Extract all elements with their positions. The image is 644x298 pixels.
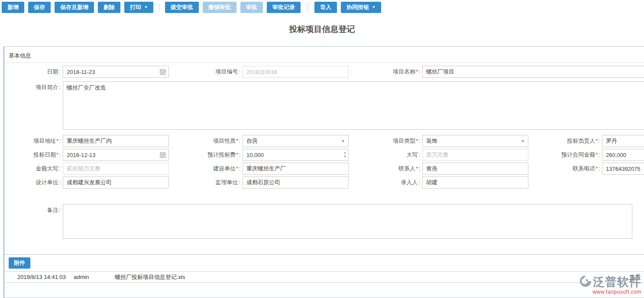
approval-record-button[interactable]: 审批记录 [267, 2, 301, 13]
colon: : [239, 138, 240, 144]
colon: : [59, 138, 61, 144]
colon: : [418, 151, 420, 158]
bid-leader-input[interactable] [602, 135, 644, 147]
bid-date-input[interactable] [63, 149, 169, 161]
print-button[interactable]: 打印 ▼ [124, 2, 153, 13]
date-input[interactable] [63, 66, 169, 78]
attachment-row: 2019/8/13 14:41:03 admin 螺丝厂投标项目信息登记.xls… [4, 272, 644, 282]
colon: : [598, 151, 600, 158]
save-button[interactable]: 保存 [28, 2, 51, 13]
fanpusoft-watermark: 泛普软件 www.fanpusoft.com [579, 274, 641, 295]
build-unit-label: 建设单位*: [178, 163, 240, 175]
attachment-user: admin [74, 272, 89, 282]
label-text: 建设单位 [213, 165, 236, 172]
caret-down-icon: ▼ [144, 6, 148, 9]
required-mark: * [56, 151, 58, 158]
toolbar-double-divider [306, 3, 309, 12]
select-arrow-icon: ▼ [340, 139, 345, 143]
project-address-input[interactable] [63, 135, 169, 147]
project-type-select[interactable]: 装饰 ▼ [422, 135, 528, 147]
collaborate-button[interactable]: 协同按钮 ▼ [341, 2, 381, 13]
calendar-icon[interactable] [160, 69, 166, 77]
bid-fee-input[interactable] [243, 149, 349, 161]
label-text: 设计单位 [36, 179, 58, 186]
project-intro-label: 项目简介: [4, 81, 61, 93]
attachment-divider-bottom [4, 282, 644, 283]
remark-textarea[interactable] [63, 204, 632, 239]
amount-caps-label: 金额大写: [4, 163, 61, 175]
calendar-icon[interactable] [160, 152, 166, 160]
colon: : [418, 138, 420, 144]
revoke-approval-button: 撤销审批 [203, 2, 236, 13]
label-text: 备注 [47, 207, 58, 213]
contract-amount-field [602, 149, 644, 161]
section-title: 基本信息 [9, 52, 31, 60]
label-text: 项目地址 [33, 138, 56, 144]
label-text: 投标负责人 [567, 138, 595, 144]
colon: : [418, 68, 420, 75]
basic-info-panel: 基本信息 日期: 项目编号: 项目名称*: 项目简介: 螺丝厂全 [3, 46, 644, 298]
required-mark: * [236, 165, 238, 172]
project-name-label: 项目名称*: [357, 66, 420, 78]
phone-input[interactable] [602, 163, 644, 175]
approve-button: 审批 [240, 2, 263, 13]
project-no-input [243, 66, 349, 78]
colon: : [59, 179, 61, 186]
button-label: 打印 [130, 3, 141, 11]
spinner-down-icon[interactable]: ▼ [343, 154, 346, 158]
required-mark: * [595, 138, 598, 144]
save-and-new-button[interactable]: 保存且新增 [55, 2, 94, 13]
phone-field [602, 163, 644, 175]
required-mark: * [595, 165, 598, 172]
label-text: 联系电话 [573, 165, 595, 172]
entry-person-input[interactable] [422, 176, 528, 189]
colon: : [239, 165, 240, 172]
attachment-filename: 螺丝厂投标项目信息登记.xls [115, 272, 185, 282]
project-name-field [422, 66, 644, 78]
caret-down-icon: ▼ [372, 6, 376, 9]
select-value: 装饰 [426, 137, 437, 145]
remark-label: 备注: [4, 204, 61, 216]
label-text: 项目名称 [393, 68, 415, 75]
project-no-label: 项目编号: [178, 66, 240, 78]
project-nature-field: 自营 ▼ [243, 135, 349, 147]
bid-fee-label: 预计投标费*: [178, 149, 240, 161]
select-arrow-icon: ▼ [520, 139, 525, 143]
import-button[interactable]: 导入 [314, 2, 337, 13]
bid-project-registration-page: 新增 保存 保存且新增 删除 打印 ▼ 提交审批 撤销审批 审批 审批记录 导入… [0, 0, 644, 298]
entry-person-label: 录入人: [357, 176, 420, 189]
bid-date-field [63, 149, 169, 161]
project-intro-textarea[interactable]: 螺丝厂全厂改造 [63, 81, 644, 130]
project-name-input[interactable] [422, 66, 644, 78]
supervise-unit-input[interactable] [243, 176, 349, 189]
new-button[interactable]: 新增 [2, 2, 24, 13]
bid-fee-field: ▲ ▼ [243, 149, 349, 161]
submit-approval-button[interactable]: 提交审批 [165, 2, 199, 13]
page-title: 投标项目信息登记 [0, 14, 644, 46]
label-text: 项目简介 [36, 84, 58, 90]
fee-caps-label: 大写: [357, 149, 420, 161]
toolbar: 新增 保存 保存且新增 删除 打印 ▼ 提交审批 撤销审批 审批 审批记录 导入… [0, 0, 644, 14]
spinner-up-icon[interactable]: ▲ [343, 151, 346, 154]
project-nature-select[interactable]: 自营 ▼ [243, 135, 349, 147]
label-text: 项目性质 [213, 138, 236, 144]
contract-amount-input[interactable] [602, 149, 644, 161]
entry-person-field [422, 176, 528, 189]
project-address-label: 项目地址*: [4, 135, 61, 147]
contact-input[interactable] [422, 163, 528, 175]
build-unit-input[interactable] [243, 163, 349, 175]
label-text: 预计投标费 [207, 151, 236, 158]
amount-caps-input [63, 163, 169, 175]
colon: : [59, 207, 61, 213]
label-text: 监理单位 [215, 179, 238, 186]
attachment-button[interactable]: 附件 [9, 257, 30, 269]
form-bottom-divider [4, 254, 644, 255]
colon: : [239, 68, 240, 75]
design-unit-input[interactable] [63, 176, 169, 189]
delete-button[interactable]: 删除 [98, 2, 120, 13]
colon: : [598, 138, 600, 144]
colon: : [59, 151, 61, 158]
colon: : [418, 165, 420, 172]
supervise-unit-field [243, 176, 349, 189]
label-text: 项目编号 [215, 68, 238, 75]
